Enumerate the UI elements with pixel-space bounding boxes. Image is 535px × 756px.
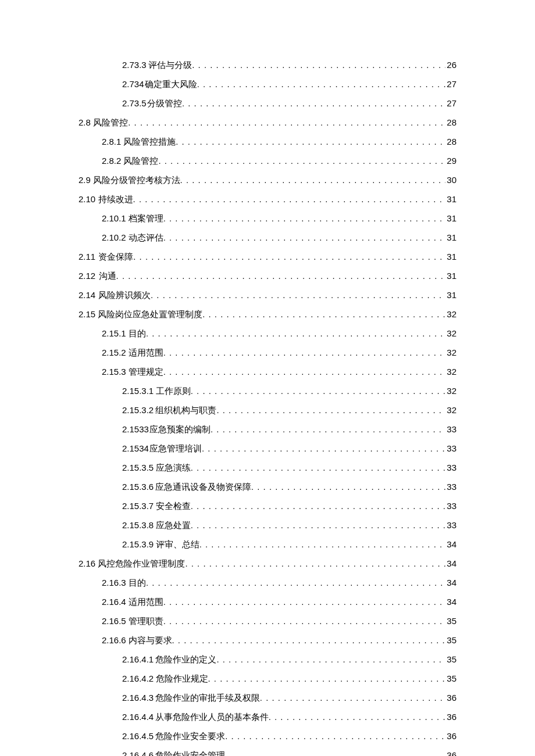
entry-number: 2.12 [79, 269, 95, 283]
entry-title: 危险作业安全管理 [155, 748, 225, 756]
entry-page: 27 [445, 77, 456, 91]
entry-page: 31 [445, 192, 456, 206]
entry-title: 沟通 [99, 269, 116, 283]
entry-title: 应急处置 [156, 518, 191, 532]
entry-number: 2.16.4.5 [122, 729, 154, 743]
entry-number: 2.10.2 [102, 231, 126, 245]
toc-entry: 2.16.6内容与要求35 [79, 633, 456, 647]
entry-title: 应急管理培训 [149, 442, 202, 456]
leader-dots [163, 595, 446, 609]
toc-entry: 2.9风险分级管控考核方法30 [79, 173, 456, 187]
toc-entry: 2.15.3.2组织机构与职责32 [79, 403, 456, 417]
entry-title: 内容与要求 [129, 633, 172, 647]
entry-number: 2.15.3.1 [122, 384, 154, 398]
entry-number: 2.10.1 [102, 212, 126, 225]
entry-number: 2.8.2 [102, 154, 121, 168]
entry-page: 32 [445, 403, 456, 417]
entry-page: 34 [445, 538, 456, 551]
toc-entry: 2.734确定重大风险27 [79, 77, 456, 91]
entry-title: 适用范围 [129, 595, 163, 609]
entry-title: 分级管控 [147, 96, 182, 110]
entry-title: 安全检查 [156, 499, 191, 513]
entry-title: 工作原则 [156, 384, 191, 398]
entry-number: 2.15.3.5 [122, 461, 154, 475]
leader-dots [192, 58, 445, 72]
toc-entry: 2.16.4.1危险作业的定义35 [79, 653, 456, 667]
toc-entry: 2.10.1档案管理31 [79, 212, 456, 225]
entry-title: 应急预案的编制 [149, 422, 211, 436]
leader-dots [208, 672, 446, 686]
leader-dots [163, 365, 446, 379]
leader-dots [158, 154, 445, 168]
entry-title: 管理规定 [129, 365, 163, 379]
toc-entry: 2.16.3目的34 [79, 576, 456, 590]
toc-entry: 2.73.3评估与分级26 [79, 58, 456, 72]
leader-dots [202, 307, 445, 321]
entry-page: 35 [445, 653, 456, 667]
entry-number: 2.16 [79, 557, 95, 571]
leader-dots [191, 499, 446, 513]
leader-dots [176, 135, 445, 149]
entry-title: 持续改进 [98, 192, 133, 206]
entry-number: 2.1533 [122, 422, 149, 436]
entry-number: 2.73.5 [122, 96, 147, 110]
toc-entry: 2.15.1目的32 [79, 327, 456, 341]
entry-page: 34 [445, 557, 456, 571]
entry-number: 2.16.6 [102, 633, 126, 647]
entry-title: 风控危险作业管理制度 [98, 557, 185, 571]
entry-number: 2.16.4.2 [122, 672, 154, 686]
entry-page: 34 [445, 576, 456, 590]
entry-number: 2.15.3.9 [122, 538, 154, 551]
entry-page: 32 [445, 327, 456, 341]
entry-title: 风险管控措施 [123, 135, 176, 149]
leader-dots [133, 192, 446, 206]
leader-dots [151, 288, 445, 302]
toc-entry: 2.15.3.6应急通讯设备及物资保障33 [79, 480, 456, 494]
leader-dots [202, 442, 445, 456]
leader-dots [191, 384, 446, 398]
entry-number: 2.15 [79, 307, 95, 321]
entry-title: 评审、总结 [156, 538, 199, 551]
entry-page: 35 [445, 672, 456, 686]
entry-title: 目的 [129, 576, 146, 590]
entry-number: 2.15.3.6 [122, 480, 154, 494]
leader-dots [163, 212, 446, 225]
toc-entry: 2.16.4.4从事危险作业人员的基本条件36 [79, 710, 456, 724]
entry-title: 危险作业的定义 [155, 653, 216, 667]
entry-number: 2.16.3 [102, 576, 126, 590]
entry-number: 2.9 [79, 173, 91, 187]
leader-dots [172, 633, 446, 647]
entry-page: 32 [445, 384, 456, 398]
entry-number: 2.73.3 [122, 58, 147, 72]
toc-entry: 2.15.3.1工作原则32 [79, 384, 456, 398]
entry-page: 36 [445, 691, 456, 705]
entry-number: 2.16.4.6 [122, 748, 154, 756]
entry-page: 33 [445, 499, 456, 513]
toc-page: { "entries": [ { "indent": 75, "num": "2… [0, 0, 535, 756]
toc-entry: 2.16.4.2危险作业规定35 [79, 672, 456, 686]
entry-title: 风险管控 [93, 116, 128, 130]
leader-dots [191, 461, 446, 475]
entry-page: 30 [445, 173, 456, 187]
leader-dots [185, 557, 445, 571]
toc-entry: 2.11资金保障31 [79, 250, 456, 264]
entry-title: 档案管理 [129, 212, 163, 225]
entry-number: 2.15.3.8 [122, 518, 154, 532]
entry-page: 33 [445, 480, 456, 494]
toc-entry: 2.14风险辨识频次31 [79, 288, 456, 302]
leader-dots [146, 327, 445, 341]
table-of-contents: 2.73.3评估与分级262.734确定重大风险272.73.5分级管控272.… [79, 58, 456, 756]
entry-number: 2.16.4.1 [122, 653, 154, 667]
toc-entry: 2.10持续改进31 [79, 192, 456, 206]
entry-title: 从事危险作业人员的基本条件 [155, 710, 269, 724]
entry-number: 2.16.4 [102, 595, 126, 609]
leader-dots [163, 231, 446, 245]
leader-dots [251, 480, 445, 494]
toc-entry: 2.15风险岗位应急处置管理制度32 [79, 307, 456, 321]
toc-entry: 2.15.3.7安全检查33 [79, 499, 456, 513]
entry-page: 33 [445, 461, 456, 475]
leader-dots [260, 691, 446, 705]
entry-title: 目的 [129, 327, 146, 341]
entry-number: 2.15.1 [102, 327, 126, 341]
entry-title: 应急通讯设备及物资保障 [155, 480, 251, 494]
